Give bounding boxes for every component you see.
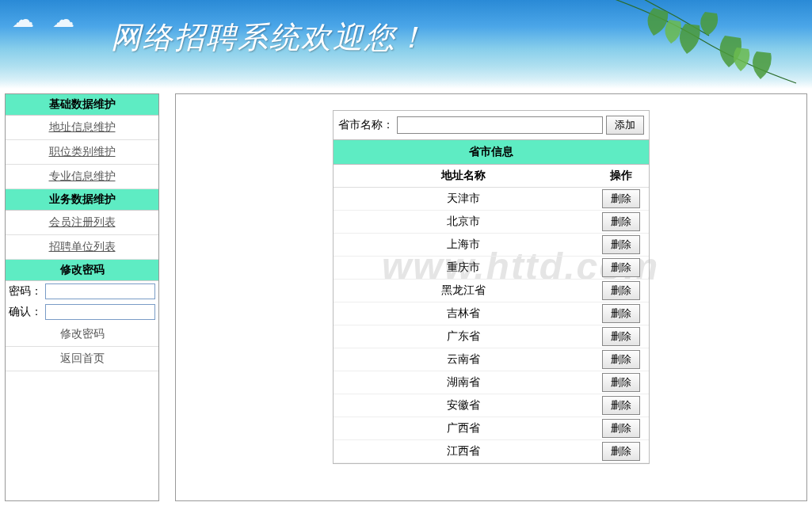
- cell-address-name: 上海市: [334, 234, 593, 257]
- cell-op: 删除: [593, 234, 649, 257]
- add-button[interactable]: 添加: [606, 116, 644, 135]
- banner-clouds: ☁ ☁: [12, 6, 81, 32]
- table-row: 吉林省删除: [334, 302, 649, 325]
- delete-button[interactable]: 删除: [602, 350, 640, 369]
- cell-op: 删除: [593, 325, 649, 348]
- cell-op: 删除: [593, 211, 649, 234]
- password-input[interactable]: [45, 283, 155, 299]
- table-row: 广西省删除: [334, 417, 649, 440]
- delete-button[interactable]: 删除: [602, 212, 640, 231]
- col-header-name: 地址名称: [334, 165, 593, 188]
- sidebar-link-member-list[interactable]: 会员注册列表: [6, 211, 158, 235]
- delete-button[interactable]: 删除: [602, 373, 640, 392]
- banner-leaves: [598, 0, 804, 89]
- delete-button[interactable]: 删除: [602, 258, 640, 277]
- cell-address-name: 云南省: [334, 348, 593, 371]
- banner-title: 网络招聘系统欢迎您！: [111, 17, 428, 58]
- province-name-label: 省市名称：: [338, 118, 394, 132]
- content: 基础数据维护 地址信息维护 职位类别维护 专业信息维护 业务数据维护 会员注册列…: [0, 89, 812, 501]
- cell-op: 删除: [593, 371, 649, 394]
- back-home-button[interactable]: 返回首页: [6, 347, 158, 371]
- cell-op: 删除: [593, 257, 649, 280]
- cell-address-name: 天津市: [334, 188, 593, 211]
- delete-button[interactable]: 删除: [602, 235, 640, 254]
- delete-button[interactable]: 删除: [602, 281, 640, 300]
- cell-address-name: 重庆市: [334, 257, 593, 280]
- cell-op: 删除: [593, 440, 649, 463]
- sidebar-link-position-maint[interactable]: 职位类别维护: [6, 140, 158, 165]
- cell-address-name: 安徽省: [334, 394, 593, 417]
- main-panel: www.httd.com 省市名称： 添加 省市信息 地址名称 操作 天津市删除…: [175, 93, 807, 501]
- table-row: 天津市删除: [334, 188, 649, 211]
- cell-address-name: 广西省: [334, 417, 593, 440]
- delete-button[interactable]: 删除: [602, 396, 640, 415]
- panel-title: 省市信息: [334, 139, 649, 165]
- sidebar-header-changepw: 修改密码: [6, 260, 158, 281]
- confirm-input[interactable]: [45, 304, 155, 320]
- table-row: 安徽省删除: [334, 394, 649, 417]
- change-password-button[interactable]: 修改密码: [6, 322, 158, 347]
- delete-button[interactable]: 删除: [602, 419, 640, 438]
- delete-button[interactable]: 删除: [602, 327, 640, 346]
- province-name-input[interactable]: [397, 116, 603, 134]
- sidebar-header-business: 业务数据维护: [6, 189, 158, 211]
- cell-address-name: 湖南省: [334, 371, 593, 394]
- sidebar: 基础数据维护 地址信息维护 职位类别维护 专业信息维护 业务数据维护 会员注册列…: [5, 93, 159, 501]
- sidebar-header-basic: 基础数据维护: [6, 94, 158, 116]
- password-row: 密码：: [6, 281, 158, 302]
- confirm-label: 确认：: [9, 305, 42, 319]
- cell-op: 删除: [593, 348, 649, 371]
- cell-address-name: 江西省: [334, 440, 593, 463]
- col-header-op: 操作: [593, 165, 649, 188]
- table-row: 北京市删除: [334, 211, 649, 234]
- sidebar-link-major-maint[interactable]: 专业信息维护: [6, 165, 158, 189]
- cell-op: 删除: [593, 188, 649, 211]
- panel-form-row: 省市名称： 添加: [334, 111, 649, 139]
- cell-address-name: 北京市: [334, 211, 593, 234]
- delete-button[interactable]: 删除: [602, 189, 640, 208]
- banner: ☁ ☁ 网络招聘系统欢迎您！: [0, 0, 812, 89]
- table-row: 湖南省删除: [334, 371, 649, 394]
- table-row: 云南省删除: [334, 348, 649, 371]
- table-row: 江西省删除: [334, 440, 649, 463]
- sidebar-link-employer-list[interactable]: 招聘单位列表: [6, 235, 158, 260]
- cell-op: 删除: [593, 417, 649, 440]
- province-table: 地址名称 操作 天津市删除北京市删除上海市删除重庆市删除黑龙江省删除吉林省删除广…: [334, 165, 649, 463]
- confirm-row: 确认：: [6, 302, 158, 322]
- table-row: 上海市删除: [334, 234, 649, 257]
- delete-button[interactable]: 删除: [602, 442, 640, 461]
- province-panel: 省市名称： 添加 省市信息 地址名称 操作 天津市删除北京市删除上海市删除重庆市…: [333, 110, 650, 464]
- cell-op: 删除: [593, 394, 649, 417]
- cell-op: 删除: [593, 280, 649, 302]
- sidebar-link-address-maint[interactable]: 地址信息维护: [6, 116, 158, 140]
- table-row: 广东省删除: [334, 325, 649, 348]
- cell-op: 删除: [593, 302, 649, 325]
- password-label: 密码：: [9, 284, 42, 299]
- table-row: 重庆市删除: [334, 257, 649, 280]
- delete-button[interactable]: 删除: [602, 304, 640, 323]
- cell-address-name: 吉林省: [334, 302, 593, 325]
- table-row: 黑龙江省删除: [334, 280, 649, 302]
- cell-address-name: 黑龙江省: [334, 280, 593, 302]
- cell-address-name: 广东省: [334, 325, 593, 348]
